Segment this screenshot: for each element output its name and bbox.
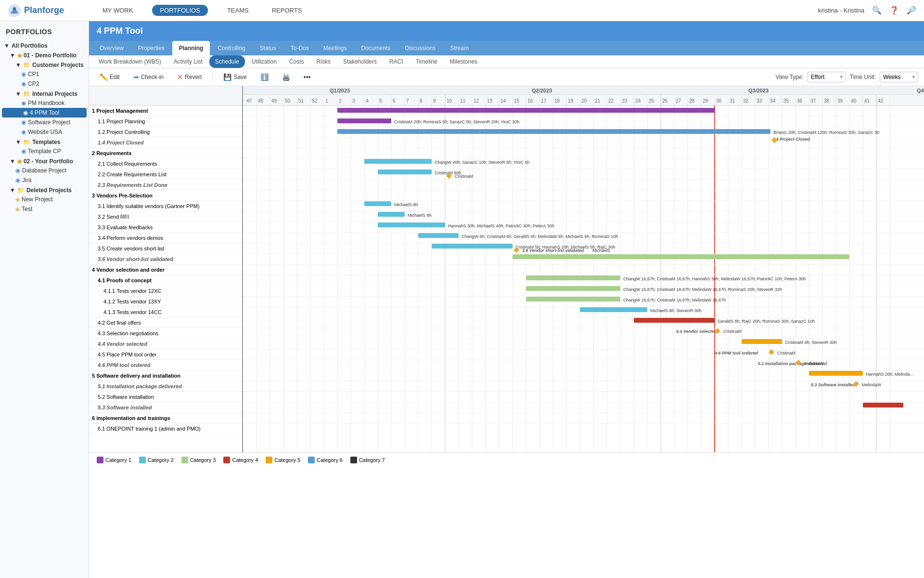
tab-discussions[interactable]: Discussions — [398, 41, 442, 55]
sidebar-item-cp2[interactable]: ◉ CP2 — [0, 79, 89, 89]
svg-text:11: 11 — [460, 98, 466, 104]
wbs-row: 3 Vendors Pre-Selection — [89, 190, 242, 201]
sidebar-item-jira[interactable]: ◉ Jira — [0, 175, 89, 185]
wbs-column: 1 Project Management 1.1 Project Plannin… — [89, 86, 243, 452]
tab-raci[interactable]: RACI — [384, 55, 409, 68]
svg-text:5: 5 — [379, 98, 382, 104]
legend-category6: Category 6 — [308, 457, 343, 463]
tab-stakeholders[interactable]: Stakeholders — [337, 55, 383, 68]
sidebar-item-template-cp[interactable]: ◉ Template CP — [0, 146, 89, 156]
edit-button[interactable]: ✏️ Edit — [95, 71, 125, 83]
svg-text:47: 47 — [246, 98, 252, 104]
svg-text:48: 48 — [258, 98, 264, 104]
sidebar-item-your-portfolio[interactable]: ▼ ◆ 02 - Your Portfolio — [0, 156, 89, 166]
sidebar-item-test[interactable]: ◈ Test — [0, 204, 89, 214]
sidebar-item-all-portfolios[interactable]: ▼ All Portfolios — [0, 40, 89, 50]
tab-overview[interactable]: Overview — [93, 41, 130, 55]
time-unit-select[interactable]: Weeks Months Days — [880, 72, 918, 82]
sidebar-item-new-project[interactable]: ◈ New Project — [0, 195, 89, 204]
tab-risks[interactable]: Risks — [311, 55, 336, 68]
tab-controlling[interactable]: Controlling — [211, 41, 252, 55]
svg-text:Q3/2023: Q3/2023 — [748, 88, 769, 93]
sidebar-item-customer-projects[interactable]: ▼ 📁 Customer Projects — [0, 60, 89, 69]
tab-wbs[interactable]: Work Breakdown (WBS) — [93, 55, 167, 68]
tabs-row1: Overview Properties Planning Controlling… — [89, 41, 924, 55]
legend-color-cat4 — [223, 457, 230, 463]
svg-text:39: 39 — [837, 98, 843, 104]
sidebar-label: All Portfolios — [12, 42, 48, 49]
sidebar-label: 02 - Your Portfolio — [24, 158, 73, 165]
svg-text:41: 41 — [864, 98, 870, 104]
svg-text:24: 24 — [635, 98, 641, 104]
sidebar-item-cp1[interactable]: ◉ CP1 — [0, 69, 89, 79]
nav-mywork[interactable]: MY WORK — [99, 5, 137, 16]
svg-text:17: 17 — [541, 98, 547, 104]
save-button[interactable]: 💾 Save — [218, 71, 251, 83]
checkin-button[interactable]: ➡ Check-in — [128, 71, 168, 83]
sidebar-item-software-project[interactable]: ◉ Software Project — [0, 118, 89, 127]
svg-rect-141 — [526, 286, 620, 291]
sidebar-item-pm-handbook[interactable]: ◉ PM Handbook — [0, 98, 89, 108]
nav-teams[interactable]: TEAMS — [223, 5, 253, 16]
svg-text:MichaelS 8h: MichaelS 8h — [408, 213, 432, 218]
project-icon: ◈ — [15, 206, 20, 212]
sidebar-item-website-usa[interactable]: ◉ Website USA — [0, 127, 89, 137]
svg-text:MichaelS 8h; StevenR 30h: MichaelS 8h; StevenR 30h — [650, 308, 702, 313]
tab-stream[interactable]: Stream — [443, 41, 475, 55]
tab-properties[interactable]: Properties — [131, 41, 171, 55]
help-icon[interactable]: ❓ — [889, 6, 899, 15]
tab-todos[interactable]: To-Dos — [284, 41, 316, 55]
search-icon[interactable]: 🔍 — [872, 6, 882, 15]
svg-rect-112 — [337, 118, 391, 123]
svg-text:CristinaM: CristinaM — [455, 174, 473, 179]
nav-right: kristina - Kristina 🔍 ❓ 🔎 — [818, 6, 916, 15]
tab-utilization[interactable]: Utilization — [246, 55, 282, 68]
tab-meetings[interactable]: Meetings — [317, 41, 354, 55]
tab-activity-list[interactable]: Activity List — [168, 55, 208, 68]
tab-documents[interactable]: Documents — [355, 41, 398, 55]
chevron-down-icon: ▼ — [10, 187, 15, 194]
sidebar-item-internal-projects[interactable]: ▼ 📁 Internal Projects — [0, 89, 89, 98]
user-label[interactable]: kristina - Kristina — [818, 7, 864, 14]
svg-text:CristinaM 20h; RominaS 5h; San: CristinaM 20h; RominaS 5h; SanazC 5h; St… — [394, 119, 519, 124]
folder-icon: 📁 — [23, 139, 30, 145]
time-unit-label: Time Unit: — [850, 74, 876, 80]
legend-label-cat5: Category 5 — [274, 457, 300, 463]
project-title: 4 PPM Tool — [97, 26, 143, 36]
svg-text:10: 10 — [447, 98, 452, 104]
more-button[interactable]: ••• — [299, 71, 316, 83]
tab-schedule[interactable]: Schedule — [209, 55, 245, 68]
tab-status[interactable]: Status — [253, 41, 283, 55]
sidebar-item-templates[interactable]: ▼ 📁 Templates — [0, 137, 89, 146]
sidebar-item-4ppm-tool[interactable]: ◉ 4 PPM Tool — [2, 108, 87, 118]
project-icon: ◈ — [15, 196, 20, 203]
gantt-wrapper[interactable]: 1 Project Management 1.1 Project Plannin… — [89, 86, 924, 578]
wbs-row: 4.1.1 Tests vendor 12XC — [89, 286, 242, 296]
print-button[interactable]: 🖨️ — [277, 71, 295, 83]
tab-timeline[interactable]: Timeline — [410, 55, 443, 68]
app-logo[interactable]: Planforge — [8, 4, 64, 17]
view-type-select[interactable]: Effort Duration — [808, 72, 846, 82]
nav-reports[interactable]: REPORTS — [268, 5, 306, 16]
svg-rect-143 — [526, 297, 620, 302]
wbs-row: 3.4 Perform vendors demos — [89, 233, 242, 243]
tab-milestones[interactable]: Milestones — [444, 55, 483, 68]
revert-icon: ✕ — [177, 73, 183, 81]
project-icon: ◉ — [15, 177, 20, 184]
tab-costs[interactable]: Costs — [283, 55, 310, 68]
sidebar-item-deleted-projects[interactable]: ▼ 📁 Deleted Projects — [0, 185, 89, 195]
sidebar-item-database-project[interactable]: ◉ Database Project — [0, 166, 89, 175]
sidebar-item-demo-portfolio[interactable]: ▼ ◆ 01 - Demo Portfolio — [0, 50, 89, 60]
nav-portfolios[interactable]: PORTFOLIOS — [152, 5, 208, 16]
revert-button[interactable]: ✕ Revert — [172, 71, 206, 83]
zoom-icon[interactable]: 🔎 — [907, 6, 916, 15]
svg-text:32: 32 — [743, 98, 749, 104]
svg-text:ChangW 16,67h; CristinaM 16,67: ChangW 16,67h; CristinaM 16,67h; Melinda… — [623, 287, 782, 292]
svg-text:CristinaM: CristinaM — [723, 329, 742, 334]
svg-text:28: 28 — [689, 98, 695, 104]
svg-text:ChangW 16,67h; CristinaM 16,67: ChangW 16,67h; CristinaM 16,67h; Melinda… — [623, 298, 726, 302]
wbs-row: 3.5 Create vendors short-list — [89, 243, 242, 254]
project-icon: ◉ — [21, 100, 26, 106]
info-button[interactable]: ℹ️ — [256, 71, 273, 83]
tab-planning[interactable]: Planning — [172, 41, 210, 55]
